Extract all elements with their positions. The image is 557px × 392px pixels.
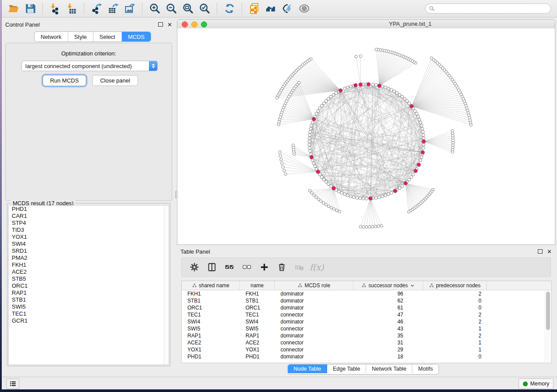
network-node[interactable] [419,159,422,162]
tab-edge-table[interactable]: Edge Table [327,364,366,373]
satellite-node[interactable] [320,200,322,203]
tab-select[interactable]: Select [93,32,122,41]
column-header-successor-nodes[interactable]: successor nodes [353,281,423,290]
table-row[interactable]: SWI4SWI4dominator462 [182,318,551,325]
network-node[interactable] [393,90,396,93]
column-header-MCDS-role[interactable]: MCDS role [275,281,353,290]
float-panel-icon[interactable] [158,22,163,27]
satellite-node[interactable] [322,202,325,204]
import-table-icon[interactable] [63,2,80,16]
network-node[interactable] [418,118,421,121]
satellite-node[interactable] [311,192,313,194]
network-node[interactable] [311,159,314,162]
satellite-node[interactable] [368,226,371,228]
network-node[interactable] [337,190,340,193]
network-node[interactable] [408,102,411,105]
satellite-node[interactable] [317,198,320,200]
mcds-list-scrollbar[interactable] [164,206,169,364]
satellite-node[interactable] [276,96,278,99]
network-node[interactable] [390,89,393,92]
mcds-result-item[interactable]: YOX1 [9,234,169,241]
mcds-result-item[interactable]: ACE2 [9,268,169,275]
mcds-result-item[interactable]: ORC1 [9,282,169,289]
mcds-hub-node[interactable] [359,83,363,86]
mcds-hub-node[interactable] [393,189,397,193]
column-header-predecessor-nodes[interactable]: predecessor nodes [423,281,487,290]
network-node[interactable] [352,196,355,199]
network-node[interactable] [356,196,359,199]
mcds-result-item[interactable]: STB1 [9,296,169,303]
satellite-node[interactable] [279,155,282,157]
tab-mcds[interactable]: MCDS [122,32,151,41]
mcds-hub-node[interactable] [316,170,320,174]
table-row[interactable]: PHD1PHD1dominator180 [182,353,551,360]
network-node[interactable] [322,102,325,105]
satellite-node[interactable] [377,225,380,227]
mcds-result-item[interactable]: PHD1 [9,206,169,213]
satellite-node[interactable] [359,225,362,228]
network-node[interactable] [398,93,401,96]
satellite-node[interactable] [283,169,285,172]
window-zoom-icon[interactable] [201,21,207,28]
mcds-result-item[interactable]: PMA2 [9,254,169,261]
satellite-node[interactable] [451,130,453,132]
network-node[interactable] [327,97,330,100]
mcds-hub-node[interactable] [339,89,343,93]
table-row[interactable]: YOX1YOX1connector291 [182,346,551,353]
network-node[interactable] [378,196,381,199]
network-node[interactable] [311,121,314,124]
table-row[interactable]: TEC1TEC1connector472 [182,311,551,318]
satellite-node[interactable] [362,226,365,228]
mcds-result-item[interactable]: TEC1 [9,310,169,317]
network-node[interactable] [419,121,422,124]
satellite-node[interactable] [338,210,341,213]
network-node[interactable] [308,137,311,140]
float-panel-icon[interactable] [538,249,543,254]
network-node[interactable] [422,137,425,140]
network-node[interactable] [415,112,418,115]
network-node[interactable] [340,192,343,195]
network-node[interactable] [422,134,425,137]
mcds-hub-node[interactable] [417,163,421,167]
mcds-hub-node[interactable] [422,140,426,144]
network-node[interactable] [349,195,352,198]
network-node[interactable] [387,193,390,196]
tab-network[interactable]: Network [35,32,68,41]
network-node[interactable] [359,197,362,200]
satellite-node[interactable] [282,165,284,168]
satellite-node[interactable] [277,123,280,126]
columns-icon[interactable] [206,261,218,273]
network-node[interactable] [417,115,420,118]
network-node[interactable] [335,92,338,95]
table-row[interactable]: SWI5SWI5connector431 [182,325,551,332]
network-node[interactable] [346,86,349,89]
mcds-result-item[interactable]: CAR1 [9,213,169,220]
window-minimize-icon[interactable] [191,21,197,28]
network-node[interactable] [329,95,332,98]
network-node[interactable] [401,185,404,188]
network-node[interactable] [309,131,312,134]
network-node[interactable] [329,185,332,188]
network-node[interactable] [322,178,325,181]
satellite-node[interactable] [371,225,374,228]
network-node[interactable] [371,83,374,86]
search-box[interactable] [425,3,551,14]
satellite-node[interactable] [359,55,362,57]
mcds-result-item[interactable]: STP4 [9,220,169,227]
zoom-selected-icon[interactable] [196,2,213,16]
network-node[interactable] [343,193,346,196]
satellite-node[interactable] [336,209,338,212]
network-node[interactable] [420,156,423,159]
new-network-from-selection-icon[interactable] [246,2,263,16]
network-node[interactable] [403,97,406,100]
save-session-icon[interactable] [22,2,38,16]
network-node[interactable] [410,175,413,179]
network-node[interactable] [320,175,323,179]
network-node[interactable] [343,87,346,90]
network-node[interactable] [420,124,423,127]
network-node[interactable] [408,178,411,181]
close-panel-icon[interactable]: ✕ [547,249,552,254]
network-node[interactable] [405,100,408,103]
mcds-hub-node[interactable] [421,151,425,155]
satellite-node[interactable] [308,189,311,192]
